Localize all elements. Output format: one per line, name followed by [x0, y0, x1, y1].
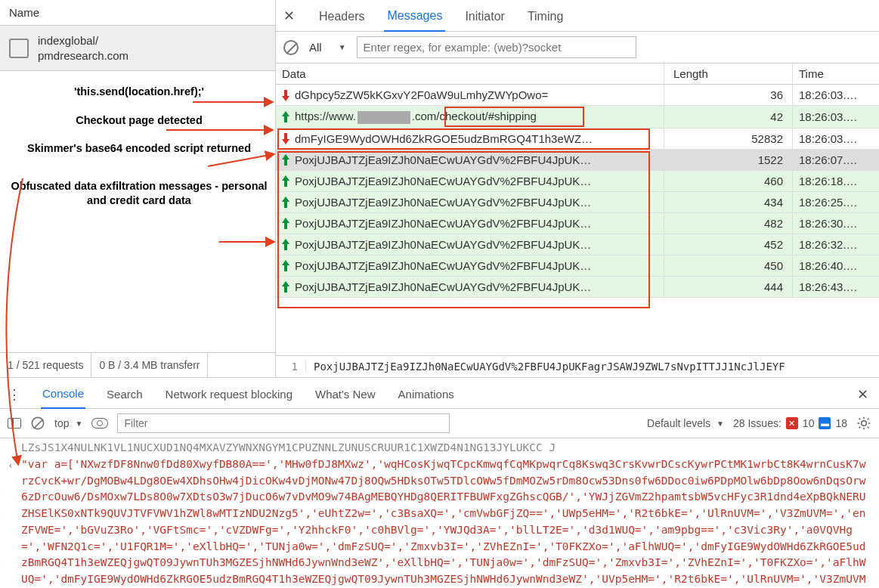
line-number: 1 [276, 361, 306, 373]
message-data-cell: PoxjUJBAJTZjEa9IZJh0NaECwUAYGdV%2FBFU4Jp… [276, 277, 664, 297]
message-detail-text[interactable]: PoxjUJBAJTZjEa9IZJh0NaECwUAYGdV%2FBFU4Jp… [306, 361, 879, 373]
tab-timing[interactable]: Timing [525, 5, 566, 31]
messages-table[interactable]: Data Length Time dGhpcy5zZW5kKGxvY2F0aW9… [276, 63, 879, 355]
annotation-overlay: 'this.send(location.href);' Checkout pag… [0, 71, 275, 352]
col-data[interactable]: Data [276, 63, 664, 84]
console-toolbar: top ▼ Default levels ▼ 28 Issues: ✕10 ▬1… [0, 409, 879, 438]
tab-initiator[interactable]: Initiator [462, 5, 507, 31]
console-code[interactable]: "var a=['NXwzfDF8Nnw0fDd80XwyfDB80A==','… [21, 456, 871, 588]
col-length[interactable]: Length [664, 63, 792, 84]
message-row[interactable]: PoxjUJBAJTZjEa9IZJh0NaECwUAYGdV%2FBFU4Jp… [276, 192, 879, 213]
message-filter-bar: All ▼ [276, 32, 879, 63]
network-requests-panel: Name indexglobal/ pmdresearch.com 'this.… [0, 0, 276, 377]
redacted-segment [357, 111, 410, 124]
context-dropdown[interactable]: top ▼ [54, 417, 82, 429]
message-text: PoxjUJBAJTZjEa9IZJh0NaECwUAYGdV%2FBFU4Jp… [295, 238, 591, 251]
message-length-cell: 434 [664, 192, 792, 212]
message-length-cell: 450 [664, 255, 792, 276]
message-data-cell: PoxjUJBAJTZjEa9IZJh0NaECwUAYGdV%2FBFU4Jp… [276, 213, 664, 234]
tab-animations[interactable]: Animations [397, 382, 456, 408]
col-time[interactable]: Time [792, 63, 879, 84]
message-row[interactable]: PoxjUJBAJTZjEa9IZJh0NaECwUAYGdV%2FBFU4Jp… [276, 213, 879, 234]
message-row[interactable]: PoxjUJBAJTZjEa9IZJh0NaECwUAYGdV%2FBFU4Jp… [276, 171, 879, 192]
message-data-cell: PoxjUJBAJTZjEa9IZJh0NaECwUAYGdV%2FBFU4Jp… [276, 234, 664, 255]
message-length-cell: 452 [664, 234, 792, 255]
message-row[interactable]: dmFyIGE9WydOWHd6ZkRGOE5udzBmRGQ4T1h3eWZ…… [276, 128, 879, 150]
resource-icon [9, 39, 29, 58]
drawer-tabs: ⋮ Console Search Network request blockin… [0, 378, 879, 409]
message-row[interactable]: PoxjUJBAJTZjEa9IZJh0NaECwUAYGdV%2FBFU4Jp… [276, 150, 879, 171]
arrow-down-icon [282, 133, 289, 144]
message-data-cell: PoxjUJBAJTZjEa9IZJh0NaECwUAYGdV%2FBFU4Jp… [276, 150, 664, 170]
message-length-cell: 52832 [664, 128, 792, 149]
message-row[interactable]: https://www..com/checkout/#shipping4218:… [276, 106, 879, 128]
annotation-2: Checkout page detected [11, 113, 268, 128]
kebab-icon[interactable]: ⋮ [8, 386, 21, 403]
console-drawer: ⋮ Console Search Network request blockin… [0, 378, 879, 588]
arrow-up-icon [282, 111, 289, 122]
live-expression-icon[interactable] [91, 418, 108, 429]
tab-console[interactable]: Console [41, 381, 85, 409]
message-text: dmFyIGE9WydOWHd6ZkRGOE5udzBmRGQ4T1h3eWZ… [295, 132, 593, 145]
annotation-1: 'this.send(location.href);' [11, 85, 268, 100]
clear-icon[interactable] [283, 40, 299, 55]
message-data-cell: dmFyIGE9WydOWHd6ZkRGOE5udzBmRGQ4T1h3eWZ… [276, 128, 664, 149]
console-output[interactable]: LZsJS1X4NULNK1VL1NUCXUD1NQ4MXAVZYWNXNGYM… [0, 438, 879, 588]
sidebar-toggle-icon[interactable] [8, 418, 21, 429]
message-row[interactable]: PoxjUJBAJTZjEa9IZJh0NaECwUAYGdV%2FBFU4Jp… [276, 234, 879, 255]
message-text: PoxjUJBAJTZjEa9IZJh0NaECwUAYGdV%2FBFU4Jp… [295, 280, 591, 293]
message-length-cell: 482 [664, 213, 792, 234]
regex-filter-input[interactable] [357, 36, 636, 58]
table-header: Data Length Time [276, 63, 879, 85]
message-row[interactable]: PoxjUJBAJTZjEa9IZJh0NaECwUAYGdV%2FBFU4Jp… [276, 277, 879, 298]
message-detail-panel: ✕ Headers Messages Initiator Timing All … [276, 0, 879, 377]
message-time-cell: 18:26:07.… [792, 150, 879, 170]
message-time-cell: 18:26:03.… [792, 128, 879, 149]
name-column-header[interactable]: Name [0, 0, 275, 26]
tab-whats-new[interactable]: What's New [314, 382, 377, 408]
gear-icon[interactable] [856, 416, 871, 431]
message-text: dGhpcy5zZW5kKGxvY2F0aW9uLmhyZWYpOwo= [295, 88, 548, 101]
message-detail-row: 1 PoxjUJBAJTZjEa9IZJh0NaECwUAYGdV%2FBFU4… [276, 355, 879, 377]
chevron-down-icon: ▼ [75, 419, 82, 428]
network-status-bar: 1 / 521 requests 0 B / 3.4 MB transferr [0, 352, 275, 377]
arrow-down-icon [282, 90, 289, 101]
message-data-cell: https://www..com/checkout/#shipping [276, 106, 664, 128]
message-time-cell: 18:26:32.… [792, 234, 879, 255]
request-row[interactable]: indexglobal/ pmdresearch.com [0, 26, 275, 71]
tab-network-blocking[interactable]: Network request blocking [164, 382, 294, 408]
request-name: indexglobal/ pmdresearch.com [38, 33, 128, 63]
arrow-up-icon [282, 239, 289, 249]
log-levels-dropdown[interactable]: Default levels ▼ [647, 417, 724, 429]
annotation-3: Skimmer's base64 encoded script returned [11, 141, 268, 156]
arrow-up-icon [282, 281, 289, 292]
message-text: PoxjUJBAJTZjEa9IZJh0NaECwUAYGdV%2FBFU4Jp… [295, 153, 591, 166]
issues-indicator[interactable]: 28 Issues: ✕10 ▬18 [733, 417, 847, 429]
tab-search[interactable]: Search [105, 382, 144, 408]
detail-tabs: ✕ Headers Messages Initiator Timing [276, 0, 879, 32]
message-row[interactable]: dGhpcy5zZW5kKGxvY2F0aW9uLmhyZWYpOwo=3618… [276, 85, 879, 106]
message-length-cell: 36 [664, 85, 792, 105]
caret-icon: ‹ [8, 458, 14, 473]
message-type-dropdown[interactable]: All ▼ [306, 39, 349, 55]
tab-headers[interactable]: Headers [316, 5, 367, 31]
message-text: PoxjUJBAJTZjEa9IZJh0NaECwUAYGdV%2FBFU4Jp… [295, 217, 591, 230]
message-time-cell: 18:26:25.… [792, 192, 879, 212]
message-length-cell: 42 [664, 107, 792, 127]
console-filter-input[interactable] [117, 413, 450, 433]
message-row[interactable]: PoxjUJBAJTZjEa9IZJh0NaECwUAYGdV%2FBFU4Jp… [276, 255, 879, 277]
arrow-up-icon [282, 260, 289, 271]
arrow-up-icon [282, 197, 289, 207]
message-time-cell: 18:26:18.… [792, 171, 879, 191]
tab-messages[interactable]: Messages [384, 5, 445, 32]
error-badge-icon: ✕ [786, 417, 798, 429]
clear-console-icon[interactable] [32, 417, 45, 430]
message-length-cell: 460 [664, 171, 792, 191]
request-count: 1 / 521 requests [0, 353, 91, 377]
close-drawer-icon[interactable]: ✕ [854, 383, 871, 406]
message-time-cell: 18:26:30.… [792, 213, 879, 234]
message-time-cell: 18:26:03.… [792, 107, 879, 127]
arrow-up-icon [282, 175, 289, 186]
close-icon[interactable]: ✕ [282, 8, 299, 29]
arrow-up-icon [282, 154, 289, 165]
